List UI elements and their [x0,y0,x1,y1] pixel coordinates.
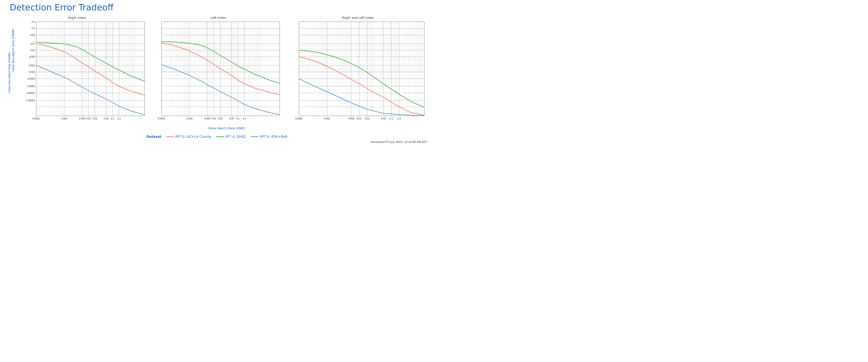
svg-text:0.01: 0.01 [212,117,216,120]
charts-row: Right Index False Non-Match Rate (FNMR) … [5,16,429,125]
svg-text:0.0003: 0.0003 [28,78,35,80]
svg-text:0.01: 0.01 [357,117,362,120]
page: Detection Error Tradeoff Right Index Fal… [0,0,434,148]
svg-text:0.0001: 0.0001 [28,85,35,88]
chart-left-index: Left Index [150,16,287,125]
legend-line-1 [216,136,224,137]
y-axis-wrap-1: False Non-Match Rate (FNMR) False Non-Ma… [6,21,148,124]
legend-label-2: PFT II: POE+BVA [260,135,287,139]
svg-text:0.00003: 0.00003 [26,92,35,94]
svg-text:0.05: 0.05 [229,117,234,120]
page-title: Detection Error Tradeoff [10,2,429,12]
svg-text:0.001: 0.001 [29,71,35,73]
svg-text:0.2: 0.2 [243,117,246,120]
svg-text:0.1: 0.1 [32,27,35,30]
svg-text:0.0001: 0.0001 [296,117,303,120]
svg-text:0.00001: 0.00001 [26,99,35,102]
svg-text:0.001: 0.001 [187,117,193,120]
svg-text:0.002: 0.002 [29,64,35,67]
svg-text:0.05: 0.05 [381,117,386,120]
svg-text:0.2: 0.2 [32,21,35,23]
legend-item-2: PFT II: POE+BVA [251,135,287,139]
svg-text:False Non-Match Rate (FNMR): False Non-Match Rate (FNMR) [8,52,11,92]
svg-text:0.05: 0.05 [104,117,108,120]
svg-text:0.02: 0.02 [365,117,370,120]
legend-item-0: PFT II: AZ+LA County [166,135,212,139]
chart-svg-2: 0.0001 0.001 0.005 0.01 0.02 0.05 0.1 0.… [158,21,283,124]
legend: Dataset PFT II: AZ+LA County PFT II: DHS… [5,135,429,139]
svg-rect-2 [36,22,145,116]
svg-text:0.01: 0.01 [86,117,91,120]
svg-text:0.01: 0.01 [30,49,35,52]
svg-text:0.001: 0.001 [61,117,67,120]
chart-title-right-index: Right Index [6,16,148,20]
svg-text:0.02: 0.02 [218,117,223,120]
svg-text:0.1: 0.1 [390,117,393,120]
svg-text:0.005: 0.005 [348,117,354,120]
svg-text:0.005: 0.005 [204,117,210,120]
legend-line-2 [251,136,258,137]
svg-text:0.02: 0.02 [93,117,97,120]
svg-text:0.2: 0.2 [398,117,401,120]
svg-text:0.005: 0.005 [29,56,35,58]
y-axis-container-1: False Non-Match Rate (FNMR) False Non-Ma… [6,21,23,124]
svg-text:0.0001: 0.0001 [33,117,40,120]
svg-text:0.1: 0.1 [111,117,114,120]
svg-text:0.001: 0.001 [324,117,330,120]
chart-svg-1: 0.2 0.1 0.05 0.02 0.01 0.005 0.002 0.001… [23,21,148,124]
legend-label-0: PFT II: AZ+LA County [175,135,212,139]
y-axis-wrap-2: 0.0001 0.001 0.005 0.01 0.02 0.05 0.1 0.… [151,21,286,124]
svg-text:0.05: 0.05 [30,34,35,36]
y-axis-wrap-3: 0.0001 0.001 0.005 0.01 0.02 0.05 0.1 0.… [288,21,428,124]
timestamp: Generated 07 July 2024, 10:35:06 AM EDT [5,140,427,144]
svg-text:0.005: 0.005 [79,117,85,120]
chart-title-right-left-index: Right and Left Index [288,16,428,20]
chart-right-left-index: Right and Left Index [287,16,429,125]
legend-line-0 [166,136,174,137]
legend-label-1: PFT II: DHS2 [225,135,246,139]
legend-item-1: PFT II: DHS2 [216,135,246,139]
x-axis-label-shared: False Match Rate (FMR) [24,126,429,130]
svg-text:0.02: 0.02 [30,43,35,45]
svg-text:0.2: 0.2 [117,117,121,120]
svg-text:0.1: 0.1 [236,117,240,120]
svg-text:0.0001: 0.0001 [158,117,165,120]
chart-svg-3: 0.0001 0.001 0.005 0.01 0.02 0.05 0.1 0.… [296,21,428,124]
chart-right-index: Right Index False Non-Match Rate (FNMR) … [5,16,150,125]
chart-title-left-index: Left Index [151,16,286,20]
legend-dataset-label: Dataset [146,135,161,139]
